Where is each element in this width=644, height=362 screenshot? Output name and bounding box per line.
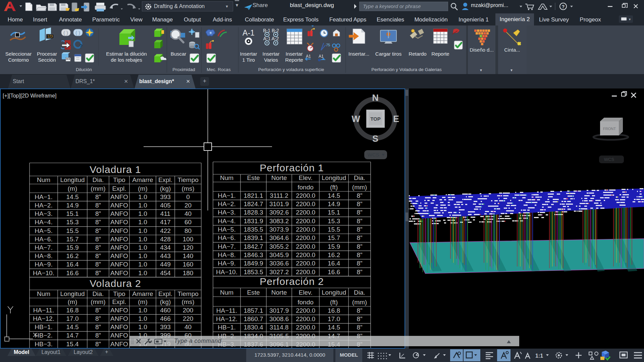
svg-text:1821.1: 1821.1 [244, 192, 263, 199]
svg-text:[+][Top][2D Wireframe]: [+][Top][2D Wireframe] [3, 93, 57, 99]
svg-text:2200.0: 2200.0 [296, 226, 315, 233]
svg-text:Longitud: Longitud [60, 290, 85, 297]
svg-text:Num: Num [220, 174, 233, 181]
svg-text:ANFO: ANFO [110, 236, 128, 243]
svg-text:8”: 8” [95, 219, 101, 226]
svg-text:ANFO: ANFO [110, 315, 128, 322]
svg-text:3055.2: 3055.2 [269, 243, 289, 250]
svg-text:ANFO: ANFO [110, 244, 128, 251]
svg-text:8”: 8” [95, 323, 101, 330]
svg-text:140: 140 [183, 252, 194, 259]
svg-text:120: 120 [183, 244, 194, 251]
svg-text:40: 40 [184, 210, 192, 217]
svg-text:8”: 8” [95, 252, 101, 259]
svg-text:1831.9: 1831.9 [244, 218, 263, 225]
svg-text:8”: 8” [357, 209, 363, 216]
svg-text:WCS: WCS [368, 152, 379, 158]
svg-text:2200.0: 2200.0 [296, 268, 315, 276]
svg-text:1.0: 1.0 [138, 252, 147, 259]
svg-text:3045.9: 3045.9 [269, 251, 289, 258]
svg-text:1849.9: 1849.9 [244, 260, 263, 267]
svg-text:8”: 8” [357, 324, 363, 331]
svg-text:Tipo: Tipo [113, 290, 125, 297]
svg-text:1857.1: 1857.1 [244, 307, 263, 314]
svg-text:Tiempo: Tiempo [177, 290, 199, 297]
svg-text:HA−2.: HA−2. [35, 202, 52, 209]
svg-text:(ms): (ms) [182, 298, 195, 305]
svg-text:393: 393 [160, 323, 171, 330]
svg-text:1.0: 1.0 [138, 193, 147, 200]
svg-text:2200.0: 2200.0 [296, 209, 315, 216]
svg-text:3036.6: 3036.6 [269, 260, 289, 267]
svg-text:8”: 8” [95, 341, 101, 348]
svg-text:(m): (m) [68, 298, 77, 305]
svg-text:?: ? [79, 43, 83, 50]
svg-text:8”: 8” [357, 251, 363, 258]
svg-text:8”: 8” [357, 268, 363, 276]
svg-text:15.5: 15.5 [66, 227, 79, 234]
svg-text:ANFO: ANFO [110, 252, 128, 259]
svg-text:Dia.: Dia. [93, 176, 104, 183]
svg-text:HA−3.: HA−3. [35, 210, 52, 217]
svg-text:HA−8.: HA−8. [218, 251, 235, 258]
svg-text:Dia.: Dia. [93, 290, 104, 297]
svg-text:8”: 8” [357, 192, 363, 199]
svg-text:Tiempo: Tiempo [177, 176, 199, 183]
svg-text:14.5: 14.5 [66, 323, 79, 330]
svg-text:1846.3: 1846.3 [244, 251, 263, 258]
svg-text:20: 20 [184, 202, 192, 209]
svg-text:1.0: 1.0 [138, 261, 147, 268]
svg-text:Num: Num [37, 290, 50, 297]
svg-text:HA−10.: HA−10. [216, 268, 237, 276]
svg-text:fondo: fondo [298, 184, 314, 191]
svg-text:60: 60 [184, 219, 192, 226]
svg-text:(m): (m) [68, 185, 77, 192]
svg-text:16.2: 16.2 [328, 251, 340, 258]
svg-text:180: 180 [183, 269, 194, 277]
svg-text:3114.8: 3114.8 [270, 324, 289, 331]
svg-text:15.7: 15.7 [328, 234, 340, 241]
svg-text:ANFO: ANFO [110, 332, 128, 339]
svg-text:S: S [372, 134, 378, 144]
svg-text:(mm): (mm) [352, 299, 367, 306]
svg-text:Perforación 1: Perforación 1 [260, 162, 324, 173]
svg-text:411: 411 [160, 210, 170, 217]
svg-text:2200.0: 2200.0 [296, 243, 315, 250]
svg-text:8”: 8” [95, 307, 101, 314]
svg-text:HA−1.: HA−1. [35, 193, 52, 200]
svg-text:Voladura 1: Voladura 1 [90, 164, 141, 175]
svg-text:Elev.: Elev. [299, 289, 313, 296]
svg-text:Longitud: Longitud [322, 289, 346, 296]
svg-text:HB−3.: HB−3. [35, 341, 52, 348]
svg-text:W: W [352, 114, 360, 124]
svg-text:HA−10.: HA−10. [33, 269, 54, 277]
svg-text:(ft): (ft) [330, 184, 338, 191]
svg-text:3101.9: 3101.9 [269, 200, 289, 207]
svg-text:3073.9: 3073.9 [269, 226, 289, 233]
svg-text:434: 434 [160, 244, 171, 251]
svg-text:HA−1.: HA−1. [218, 192, 235, 199]
svg-text:1.0: 1.0 [138, 244, 147, 251]
svg-text:16.4: 16.4 [66, 261, 79, 268]
svg-text:1860.7: 1860.7 [244, 315, 263, 322]
svg-text:HB−1.: HB−1. [35, 323, 52, 330]
svg-text:2200.0: 2200.0 [296, 307, 315, 314]
svg-text:Voladura 2: Voladura 2 [90, 278, 141, 289]
svg-text:(mm): (mm) [91, 185, 105, 192]
svg-text:1842.7: 1842.7 [244, 243, 263, 250]
svg-text:E: E [393, 114, 399, 124]
svg-text:8”: 8” [357, 200, 363, 207]
svg-text:ANFO: ANFO [110, 269, 128, 277]
svg-text:8”: 8” [357, 315, 363, 322]
svg-text:15.5: 15.5 [328, 226, 340, 233]
svg-text:Expl.: Expl. [112, 185, 126, 192]
svg-text:8”: 8” [95, 261, 101, 268]
svg-text:WCS: WCS [604, 157, 614, 162]
svg-text:ANFO: ANFO [110, 307, 128, 314]
svg-text:1.0: 1.0 [138, 202, 147, 209]
svg-text:393: 393 [160, 193, 171, 200]
svg-text:1839.1: 1839.1 [244, 234, 263, 241]
svg-text:428: 428 [160, 236, 171, 243]
svg-text:460: 460 [160, 307, 171, 314]
svg-text:ANFO: ANFO [110, 219, 128, 226]
